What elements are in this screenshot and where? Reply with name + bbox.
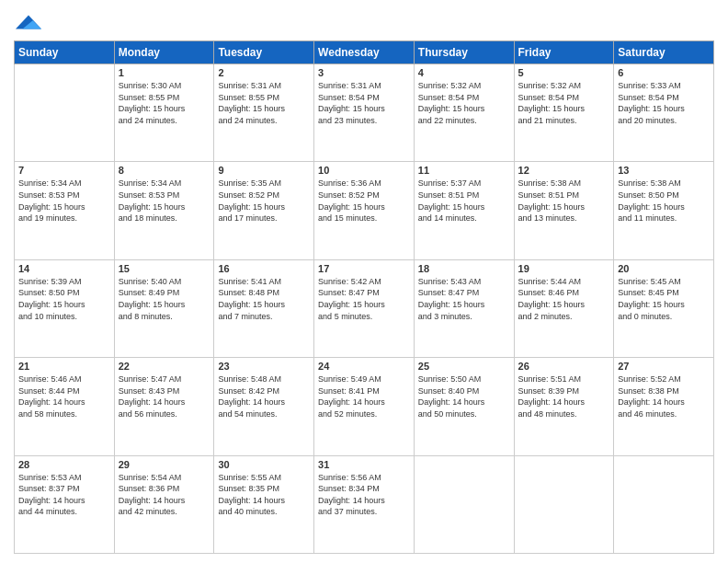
col-saturday: Saturday — [614, 41, 714, 64]
day-info: Sunrise: 5:49 AM Sunset: 8:41 PM Dayligh… — [318, 373, 410, 419]
table-cell: 3Sunrise: 5:31 AM Sunset: 8:54 PM Daylig… — [314, 64, 415, 162]
day-info: Sunrise: 5:48 AM Sunset: 8:42 PM Dayligh… — [218, 373, 310, 419]
day-number: 3 — [318, 67, 410, 78]
table-cell: 21Sunrise: 5:46 AM Sunset: 8:44 PM Dayli… — [15, 358, 115, 455]
day-number: 11 — [418, 165, 510, 176]
day-number: 28 — [18, 459, 110, 470]
day-info: Sunrise: 5:38 AM Sunset: 8:51 PM Dayligh… — [518, 178, 610, 224]
week-row: 14Sunrise: 5:39 AM Sunset: 8:50 PM Dayli… — [15, 259, 714, 357]
day-info: Sunrise: 5:42 AM Sunset: 8:47 PM Dayligh… — [318, 276, 410, 322]
day-number: 10 — [318, 165, 410, 176]
day-info: Sunrise: 5:37 AM Sunset: 8:51 PM Dayligh… — [418, 178, 510, 224]
table-cell: 19Sunrise: 5:44 AM Sunset: 8:46 PM Dayli… — [514, 259, 614, 357]
day-info: Sunrise: 5:40 AM Sunset: 8:49 PM Dayligh… — [119, 276, 210, 322]
day-info: Sunrise: 5:31 AM Sunset: 8:55 PM Dayligh… — [218, 80, 310, 126]
week-row: 7Sunrise: 5:34 AM Sunset: 8:53 PM Daylig… — [15, 162, 714, 259]
day-info: Sunrise: 5:30 AM Sunset: 8:55 PM Dayligh… — [119, 80, 210, 126]
day-info: Sunrise: 5:41 AM Sunset: 8:48 PM Dayligh… — [218, 276, 310, 322]
day-info: Sunrise: 5:45 AM Sunset: 8:45 PM Dayligh… — [618, 276, 710, 322]
week-row: 28Sunrise: 5:53 AM Sunset: 8:37 PM Dayli… — [15, 455, 714, 553]
table-cell: 18Sunrise: 5:43 AM Sunset: 8:47 PM Dayli… — [414, 259, 514, 357]
logo-text — [14, 9, 41, 35]
day-number: 30 — [218, 459, 310, 470]
day-number: 26 — [518, 361, 610, 372]
table-cell: 13Sunrise: 5:38 AM Sunset: 8:50 PM Dayli… — [614, 162, 714, 259]
table-cell: 20Sunrise: 5:45 AM Sunset: 8:45 PM Dayli… — [614, 259, 714, 357]
week-row: 21Sunrise: 5:46 AM Sunset: 8:44 PM Dayli… — [15, 358, 714, 455]
day-number: 31 — [318, 459, 410, 470]
col-wednesday: Wednesday — [314, 41, 415, 64]
table-cell: 6Sunrise: 5:33 AM Sunset: 8:54 PM Daylig… — [614, 64, 714, 162]
day-info: Sunrise: 5:56 AM Sunset: 8:34 PM Dayligh… — [318, 472, 410, 518]
day-info: Sunrise: 5:32 AM Sunset: 8:54 PM Dayligh… — [518, 80, 610, 126]
day-info: Sunrise: 5:31 AM Sunset: 8:54 PM Dayligh… — [318, 80, 410, 126]
table-cell — [414, 455, 514, 553]
day-number: 8 — [119, 165, 210, 176]
table-cell: 23Sunrise: 5:48 AM Sunset: 8:42 PM Dayli… — [214, 358, 314, 455]
table-cell: 27Sunrise: 5:52 AM Sunset: 8:38 PM Dayli… — [614, 358, 714, 455]
table-cell: 11Sunrise: 5:37 AM Sunset: 8:51 PM Dayli… — [414, 162, 514, 259]
day-number: 5 — [518, 67, 610, 78]
header-row: Sunday Monday Tuesday Wednesday Thursday… — [15, 41, 714, 64]
header — [14, 9, 714, 35]
table-cell: 1Sunrise: 5:30 AM Sunset: 8:55 PM Daylig… — [114, 64, 214, 162]
day-info: Sunrise: 5:32 AM Sunset: 8:54 PM Dayligh… — [418, 80, 510, 126]
table-cell — [614, 455, 714, 553]
day-info: Sunrise: 5:44 AM Sunset: 8:46 PM Dayligh… — [518, 276, 610, 322]
day-info: Sunrise: 5:52 AM Sunset: 8:38 PM Dayligh… — [618, 373, 710, 419]
day-number: 9 — [218, 165, 310, 176]
day-info: Sunrise: 5:47 AM Sunset: 8:43 PM Dayligh… — [119, 373, 210, 419]
week-row: 1Sunrise: 5:30 AM Sunset: 8:55 PM Daylig… — [15, 64, 714, 162]
calendar-table: Sunday Monday Tuesday Wednesday Thursday… — [14, 40, 714, 554]
table-cell: 17Sunrise: 5:42 AM Sunset: 8:47 PM Dayli… — [314, 259, 415, 357]
day-number: 24 — [318, 361, 410, 372]
day-info: Sunrise: 5:55 AM Sunset: 8:35 PM Dayligh… — [218, 472, 310, 518]
day-number: 27 — [618, 361, 710, 372]
table-cell: 31Sunrise: 5:56 AM Sunset: 8:34 PM Dayli… — [314, 455, 415, 553]
table-cell: 25Sunrise: 5:50 AM Sunset: 8:40 PM Dayli… — [414, 358, 514, 455]
day-info: Sunrise: 5:51 AM Sunset: 8:39 PM Dayligh… — [518, 373, 610, 419]
day-info: Sunrise: 5:46 AM Sunset: 8:44 PM Dayligh… — [18, 373, 110, 419]
day-number: 2 — [218, 67, 310, 78]
table-cell: 29Sunrise: 5:54 AM Sunset: 8:36 PM Dayli… — [114, 455, 214, 553]
table-cell: 28Sunrise: 5:53 AM Sunset: 8:37 PM Dayli… — [15, 455, 115, 553]
day-info: Sunrise: 5:50 AM Sunset: 8:40 PM Dayligh… — [418, 373, 510, 419]
day-number: 7 — [18, 165, 110, 176]
day-info: Sunrise: 5:39 AM Sunset: 8:50 PM Dayligh… — [18, 276, 110, 322]
table-cell: 2Sunrise: 5:31 AM Sunset: 8:55 PM Daylig… — [214, 64, 314, 162]
table-cell: 24Sunrise: 5:49 AM Sunset: 8:41 PM Dayli… — [314, 358, 415, 455]
table-cell: 8Sunrise: 5:34 AM Sunset: 8:53 PM Daylig… — [114, 162, 214, 259]
day-number: 22 — [119, 361, 210, 372]
table-cell — [514, 455, 614, 553]
table-cell: 7Sunrise: 5:34 AM Sunset: 8:53 PM Daylig… — [15, 162, 115, 259]
table-cell: 10Sunrise: 5:36 AM Sunset: 8:52 PM Dayli… — [314, 162, 415, 259]
day-number: 21 — [18, 361, 110, 372]
calendar-page: Sunday Monday Tuesday Wednesday Thursday… — [0, 0, 728, 563]
day-number: 1 — [119, 67, 210, 78]
day-number: 15 — [119, 263, 210, 274]
day-info: Sunrise: 5:36 AM Sunset: 8:52 PM Dayligh… — [318, 178, 410, 224]
col-tuesday: Tuesday — [214, 41, 314, 64]
table-cell: 15Sunrise: 5:40 AM Sunset: 8:49 PM Dayli… — [114, 259, 214, 357]
day-info: Sunrise: 5:34 AM Sunset: 8:53 PM Dayligh… — [18, 178, 110, 224]
table-cell: 26Sunrise: 5:51 AM Sunset: 8:39 PM Dayli… — [514, 358, 614, 455]
day-number: 13 — [618, 165, 710, 176]
day-number: 17 — [318, 263, 410, 274]
day-number: 14 — [18, 263, 110, 274]
day-number: 6 — [618, 67, 710, 78]
table-cell: 5Sunrise: 5:32 AM Sunset: 8:54 PM Daylig… — [514, 64, 614, 162]
day-info: Sunrise: 5:38 AM Sunset: 8:50 PM Dayligh… — [618, 178, 710, 224]
logo — [14, 9, 41, 35]
day-number: 25 — [418, 361, 510, 372]
table-cell: 4Sunrise: 5:32 AM Sunset: 8:54 PM Daylig… — [414, 64, 514, 162]
table-cell — [15, 64, 115, 162]
day-number: 19 — [518, 263, 610, 274]
col-monday: Monday — [114, 41, 214, 64]
day-number: 20 — [618, 263, 710, 274]
col-sunday: Sunday — [15, 41, 115, 64]
day-info: Sunrise: 5:33 AM Sunset: 8:54 PM Dayligh… — [618, 80, 710, 126]
table-cell: 9Sunrise: 5:35 AM Sunset: 8:52 PM Daylig… — [214, 162, 314, 259]
day-info: Sunrise: 5:35 AM Sunset: 8:52 PM Dayligh… — [218, 178, 310, 224]
table-cell: 30Sunrise: 5:55 AM Sunset: 8:35 PM Dayli… — [214, 455, 314, 553]
day-info: Sunrise: 5:43 AM Sunset: 8:47 PM Dayligh… — [418, 276, 510, 322]
